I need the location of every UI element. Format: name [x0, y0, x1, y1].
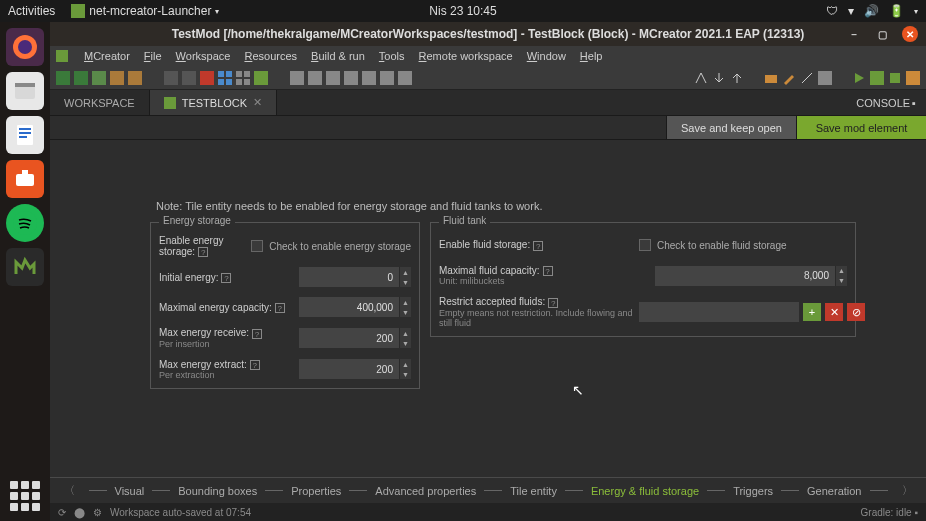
toolbar-icon-5[interactable] [128, 71, 142, 85]
menu-remote-workspace[interactable]: Remote workspace [419, 50, 513, 62]
toolbar-icon-15[interactable] [344, 71, 358, 85]
system-menu-chevron-icon[interactable]: ▾ [914, 7, 918, 16]
clear-fluids-button[interactable]: ⊘ [847, 303, 865, 321]
spinner-down-icon[interactable]: ▼ [399, 307, 411, 317]
add-fluid-button[interactable]: + [803, 303, 821, 321]
toolbar-icon-11[interactable] [254, 71, 268, 85]
spinner-down-icon[interactable]: ▼ [399, 277, 411, 287]
remove-fluid-button[interactable]: ✕ [825, 303, 843, 321]
toolbar-icon-4[interactable] [110, 71, 124, 85]
tab-workspace[interactable]: WORKSPACE [50, 90, 150, 115]
menu-help[interactable]: Help [580, 50, 603, 62]
save-mod-element-button[interactable]: Save mod element [796, 116, 926, 139]
app-menu[interactable]: net-mcreator-Launcher ▾ [71, 4, 219, 18]
toolbar-upload-icon[interactable] [730, 71, 744, 85]
toolbar-icon-17[interactable] [380, 71, 394, 85]
toolbar-icon-10[interactable] [236, 71, 250, 85]
menu-resources[interactable]: Resources [244, 50, 297, 62]
menu-mcreator[interactable]: MCreator [84, 50, 130, 62]
dock-software[interactable] [6, 160, 44, 198]
nav-next-button[interactable]: 〉 [896, 483, 919, 498]
spinner-down-icon[interactable]: ▼ [835, 276, 847, 286]
battery-icon[interactable]: 🔋 [889, 4, 904, 18]
toolbar-export-icon[interactable] [906, 71, 920, 85]
toolbar-icon-7[interactable] [182, 71, 196, 85]
dock-firefox[interactable] [6, 28, 44, 66]
help-icon[interactable]: ? [275, 303, 285, 313]
help-icon[interactable]: ? [198, 247, 208, 257]
menu-build-run[interactable]: Build & run [311, 50, 365, 62]
tab-close-icon[interactable]: ✕ [253, 96, 262, 109]
status-icon-2[interactable]: ⬤ [74, 507, 85, 518]
toolbar-icon-2[interactable] [74, 71, 88, 85]
spinner-up-icon[interactable]: ▲ [399, 328, 411, 338]
dock-libreoffice[interactable] [6, 116, 44, 154]
spinner-up-icon[interactable]: ▲ [835, 266, 847, 276]
initial-energy-spinner[interactable]: ▲▼ [299, 267, 411, 287]
max-energy-receive-spinner[interactable]: ▲▼ [299, 328, 411, 348]
toolbar-icon-8[interactable] [200, 71, 214, 85]
shield-icon[interactable]: 🛡 [826, 4, 838, 18]
dock-mcreator[interactable] [6, 248, 44, 286]
nav-prev-button[interactable]: 〈 [58, 483, 81, 498]
help-icon[interactable]: ? [252, 329, 262, 339]
help-icon[interactable]: ? [543, 266, 553, 276]
nav-properties[interactable]: Properties [291, 485, 341, 497]
spinner-up-icon[interactable]: ▲ [399, 297, 411, 307]
max-energy-extract-input[interactable] [299, 359, 399, 379]
toolbar-icon-1[interactable] [56, 71, 70, 85]
activities-button[interactable]: Activities [8, 4, 55, 18]
toolbar-icon-16[interactable] [362, 71, 376, 85]
nav-tile-entity[interactable]: Tile entity [510, 485, 557, 497]
nav-advanced-properties[interactable]: Advanced properties [375, 485, 476, 497]
window-close-button[interactable]: ✕ [902, 26, 918, 42]
menu-tools[interactable]: Tools [379, 50, 405, 62]
toolbar-download-icon[interactable] [712, 71, 726, 85]
toolbar-folder-icon[interactable] [764, 71, 778, 85]
toolbar-icon-9[interactable] [218, 71, 232, 85]
status-gear-icon[interactable]: ⚙ [93, 507, 102, 518]
spinner-up-icon[interactable]: ▲ [399, 267, 411, 277]
toolbar-play2-icon[interactable] [870, 71, 884, 85]
toolbar-icon-12[interactable] [290, 71, 304, 85]
nav-visual[interactable]: Visual [115, 485, 145, 497]
nav-triggers[interactable]: Triggers [733, 485, 773, 497]
dock-files[interactable] [6, 72, 44, 110]
initial-energy-input[interactable] [299, 267, 399, 287]
toolbar-play-icon[interactable] [852, 71, 866, 85]
tab-testblock[interactable]: TESTBLOCK ✕ [150, 90, 277, 115]
dock-spotify[interactable] [6, 204, 44, 242]
toolbar-icon-18[interactable] [398, 71, 412, 85]
menu-workspace[interactable]: Workspace [176, 50, 231, 62]
toolbar-wand-icon[interactable] [800, 71, 814, 85]
clock[interactable]: Nis 23 10:45 [429, 4, 496, 18]
toolbar-icon-6[interactable] [164, 71, 178, 85]
toolbar-icon-3[interactable] [92, 71, 106, 85]
max-energy-capacity-input[interactable] [299, 297, 399, 317]
enable-fluid-checkbox[interactable] [639, 239, 651, 251]
max-energy-capacity-spinner[interactable]: ▲▼ [299, 297, 411, 317]
console-toggle[interactable]: CONSOLE ▪ [846, 90, 926, 115]
toolbar-icon-r1[interactable] [694, 71, 708, 85]
toolbar-icon-14[interactable] [326, 71, 340, 85]
spinner-down-icon[interactable]: ▼ [399, 369, 411, 379]
nav-generation[interactable]: Generation [807, 485, 861, 497]
toolbar-pencil-icon[interactable] [782, 71, 796, 85]
restrict-fluids-input[interactable] [639, 302, 799, 322]
nav-energy-fluid-storage[interactable]: Energy & fluid storage [591, 485, 699, 497]
help-icon[interactable]: ? [548, 298, 558, 308]
max-fluid-capacity-spinner[interactable]: ▲▼ [655, 266, 847, 286]
toolbar-icon-13[interactable] [308, 71, 322, 85]
enable-energy-checkbox[interactable] [251, 240, 263, 252]
max-energy-extract-spinner[interactable]: ▲▼ [299, 359, 411, 379]
spinner-up-icon[interactable]: ▲ [399, 359, 411, 369]
status-icon-1[interactable]: ⟳ [58, 507, 66, 518]
menu-file[interactable]: File [144, 50, 162, 62]
help-icon[interactable]: ? [533, 241, 543, 251]
save-keep-open-button[interactable]: Save and keep open [666, 116, 796, 139]
menu-window[interactable]: Window [527, 50, 566, 62]
spinner-down-icon[interactable]: ▼ [399, 338, 411, 348]
window-maximize-button[interactable]: ▢ [874, 26, 890, 42]
max-energy-receive-input[interactable] [299, 328, 399, 348]
dock-apps-grid[interactable] [10, 481, 40, 511]
